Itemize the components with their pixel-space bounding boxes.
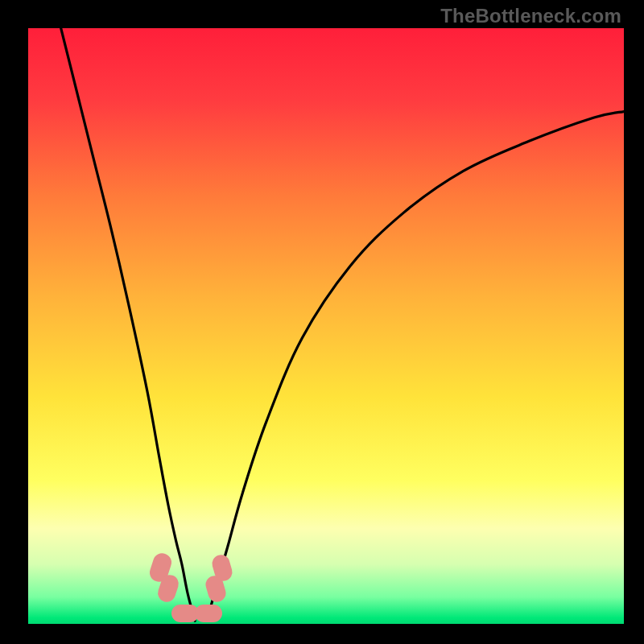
attribution-text: TheBottleneck.com: [440, 5, 621, 27]
curve-left-limb: [61, 28, 196, 621]
plot-area: [28, 28, 624, 624]
highlight-marker: [195, 605, 222, 622]
curve-right-limb: [207, 112, 624, 621]
outer-frame: TheBottleneck.com: [0, 0, 644, 644]
bottleneck-curve: [28, 28, 624, 624]
